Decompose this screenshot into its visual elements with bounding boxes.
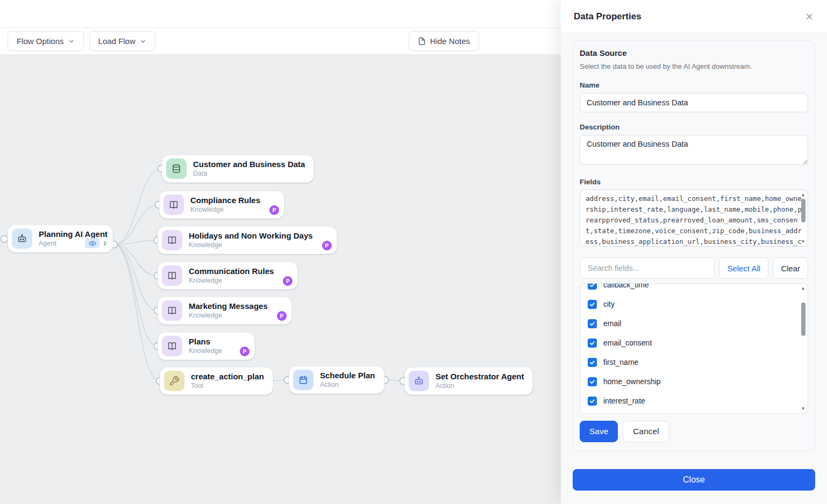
node-type: Tool [191,382,264,390]
connection-port[interactable] [1,236,8,243]
checked-checkbox-icon[interactable] [588,358,597,367]
checkbox-row[interactable]: first_name [588,352,808,372]
calendar-icon [293,370,313,390]
node-type: Data [193,170,305,178]
panel-body: Data Source Select the data to be used b… [561,33,827,491]
robot-icon [409,371,429,391]
node-communication-rules[interactable]: Communication Rules Knowledge P [158,262,298,290]
book-icon [163,195,184,215]
close-icon[interactable]: × [805,10,813,23]
data-properties-panel: Data Properties × Data Source Select the… [561,0,827,504]
checkbox-label: first_name [603,358,638,366]
checked-checkbox-icon[interactable] [588,319,597,328]
hide-notes-label: Hide Notes [430,37,470,46]
checked-checkbox-icon[interactable] [588,397,597,406]
checkbox-row[interactable]: interest_rate [588,391,808,411]
flow-options-button[interactable]: Flow Options [8,31,84,51]
node-type: Knowledge [189,241,313,249]
p-badge: P [277,311,287,321]
node-compliance-rules[interactable]: Compliance Rules Knowledge P [159,191,284,219]
checked-checkbox-icon[interactable] [588,377,597,386]
checkbox-label: home_ownership [603,377,661,386]
field-checkbox-items: callback_time city email email_cons [580,283,808,411]
fields-scrollbar[interactable]: ▲ ▼ [800,191,807,245]
field-checkbox-list[interactable]: callback_time city email email_cons [580,283,808,414]
fields-value: address,city,email,email_consent,first_n… [586,193,802,247]
close-panel-button[interactable]: Close [573,469,815,491]
node-title: Holidays and Non Working Days [189,231,313,241]
node-title: create_action_plan [191,372,264,381]
node-title: Compliance Rules [190,196,260,205]
scroll-down-icon[interactable]: ▼ [801,239,805,244]
node-plans[interactable]: Plans Knowledge P [158,332,255,360]
checkbox-label: city [603,300,615,308]
description-field[interactable]: Customer and Business Data [580,135,808,165]
checkbox-label: interest_rate [603,397,645,405]
load-flow-button[interactable]: Load Flow [89,31,155,51]
checkbox-row[interactable]: email_consent [588,333,808,352]
chevron-right-icon[interactable] [102,240,108,247]
checkbox-label: callback_time [603,283,649,289]
name-field[interactable] [580,93,808,112]
node-create-action-plan[interactable]: create_action_plan Tool [160,367,273,395]
node-holidays-and-non-working-days[interactable]: Holidays and Non Working Days Knowledge … [158,226,337,254]
node-title: Marketing Messages [189,301,268,311]
data-source-card: Data Source Select the data to be used b… [573,40,815,451]
p-badge: P [283,276,293,286]
p-badge: P [240,347,249,356]
node-type: Action [320,381,375,389]
node-type: Knowledge [189,347,222,355]
wrench-icon [164,371,184,391]
book-icon [162,230,182,250]
node-schedule-plan[interactable]: Schedule Plan Action [289,366,384,394]
scroll-up-icon[interactable]: ▲ [801,286,805,291]
description-label: Description [580,123,808,131]
node-customer-and-business-data[interactable]: Customer and Business Data Data [162,155,314,183]
select-all-button[interactable]: Select All [719,257,768,279]
panel-title: Data Properties [574,11,641,22]
fields-textarea[interactable]: address,city,email,email_consent,first_n… [580,190,808,247]
checkbox-label: email [603,319,621,328]
chevron-down-icon [140,38,146,45]
top-header-strip [0,0,561,28]
scrollbar-thumb[interactable] [801,199,805,222]
cancel-button[interactable]: Cancel [623,421,669,442]
save-button[interactable]: Save [580,421,618,442]
checkbox-row[interactable]: city [588,294,808,314]
scrollbar-thumb[interactable] [801,303,805,336]
node-type: Knowledge [190,206,260,214]
database-icon [166,159,187,179]
panel-header: Data Properties × [561,0,827,33]
book-icon [162,336,182,356]
eye-icon[interactable] [85,238,99,248]
name-label: Name [580,81,808,89]
node-set-orchestrator-agent[interactable]: Set Orchestrator Agent Action [404,367,533,395]
node-title: Schedule Plan [320,371,375,380]
node-title: Customer and Business Data [193,160,305,169]
checked-checkbox-icon[interactable] [588,283,597,290]
chevron-down-icon [68,38,75,45]
checked-checkbox-icon[interactable] [588,300,597,309]
node-marketing-messages[interactable]: Marketing Messages Knowledge P [158,297,292,325]
checkbox-label: email_consent [603,339,652,347]
flow-options-label: Flow Options [17,37,64,46]
search-input[interactable] [580,257,715,279]
hide-notes-button[interactable]: Hide Notes [409,31,479,51]
p-badge: P [322,241,332,250]
node-planning-ai-agent[interactable]: Planning AI Agent Agent [8,225,113,253]
section-subtitle: Select the data to be used by the AI Age… [580,62,808,70]
checkbox-row[interactable]: email [588,314,808,333]
scroll-down-icon[interactable]: ▼ [801,406,805,411]
list-scrollbar[interactable]: ▲ ▼ [800,285,807,412]
checkbox-row[interactable]: callback_time [588,283,808,294]
scroll-up-icon[interactable]: ▲ [801,192,805,197]
node-title: Communication Rules [189,267,274,276]
node-title: Set Orchestrator Agent [436,372,524,381]
p-badge: P [269,205,279,215]
fields-label: Fields [580,178,808,186]
document-icon [418,37,426,45]
checked-checkbox-icon[interactable] [588,339,597,348]
flow-canvas[interactable]: Planning AI Agent Agent [0,55,561,504]
checkbox-row[interactable]: home_ownership [588,372,808,391]
clear-button[interactable]: Clear [773,257,808,279]
